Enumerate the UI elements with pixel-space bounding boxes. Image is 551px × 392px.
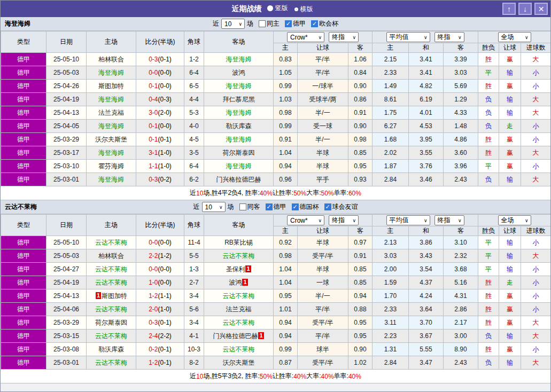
- home-odds-cell: 0.99: [274, 80, 298, 93]
- score-cell: 0-1(0-0): [136, 80, 184, 93]
- checkbox-icon[interactable]: ✓: [292, 203, 299, 210]
- dropdown-value: 10: [224, 20, 231, 28]
- team-section: 海登海姆近10∨场同主✓德甲✓欧会杯类型日期主场比分(半场)角球客场Crow*∨…: [1, 17, 550, 200]
- column-subheader: 和: [409, 43, 444, 53]
- fulltime-score: 1-0: [149, 279, 158, 286]
- checkbox-icon[interactable]: [259, 20, 266, 27]
- column-subheader: 客: [444, 43, 478, 53]
- checkbox-icon[interactable]: [239, 203, 246, 210]
- column-header: 日期: [46, 215, 87, 236]
- score-cell: 0-1(0-1): [136, 133, 184, 146]
- checkbox-icon[interactable]: ✓: [324, 203, 331, 210]
- result-text: 输: [507, 96, 513, 103]
- average-odds-select[interactable]: 平均值∨: [386, 215, 430, 225]
- home-odds-cell: 1.04: [274, 263, 298, 276]
- checkbox-icon[interactable]: ✓: [266, 203, 273, 210]
- home-odds-cell: 0.99: [274, 120, 298, 133]
- filter-checkbox-option[interactable]: ✓德国杯: [292, 202, 319, 211]
- chevron-down-icon: ∨: [352, 35, 356, 40]
- recent-count-select[interactable]: 10∨: [202, 202, 226, 212]
- summary-segment: 60%: [348, 190, 361, 197]
- sections-container: 海登海姆近10∨场同主✓德甲✓欧会杯类型日期主场比分(半场)角球客场Crow*∨…: [1, 17, 550, 383]
- avg-draw-cell: 3.43: [409, 249, 444, 263]
- fulltime-score: 2-2: [149, 252, 158, 260]
- team-label: 圣保利: [226, 265, 245, 273]
- average-odds-select[interactable]: 平均值∨: [386, 32, 430, 42]
- avg-away-cell: 3.96: [444, 160, 478, 173]
- filter-checkbox-option[interactable]: ✓德甲: [266, 202, 286, 211]
- checkbox-icon[interactable]: ✓: [285, 20, 292, 27]
- recent-count-select[interactable]: 10∨: [221, 19, 245, 29]
- match-result-cell: 平: [478, 160, 499, 173]
- avg-draw-cell: 3.46: [409, 173, 444, 186]
- layout-radio-option[interactable]: 竖版: [267, 4, 288, 13]
- home-odds-cell: 0.87: [274, 356, 298, 370]
- handicap-result-cell: 赢: [499, 80, 521, 93]
- result-text: 大: [533, 96, 539, 103]
- result-text: 平: [485, 252, 492, 260]
- team-label: 海登海姆: [98, 176, 124, 183]
- checkbox-icon[interactable]: ✓: [311, 20, 318, 27]
- home-team-cell: 柏林联合: [87, 249, 136, 263]
- handicap-result-cell: 输: [499, 66, 521, 80]
- bookmaker-select[interactable]: Crow*∨: [287, 32, 324, 42]
- filter-checkbox-option[interactable]: 同客: [239, 202, 260, 211]
- filter-row: 海登海姆近10∨场同主✓德甲✓欧会杯: [1, 17, 550, 31]
- match-scope-select[interactable]: 全场∨: [498, 32, 531, 42]
- filter-checkbox-option[interactable]: ✓德甲: [285, 19, 306, 28]
- move-up-button[interactable]: ↑: [502, 3, 516, 15]
- move-down-button[interactable]: ↓: [518, 3, 532, 15]
- final-odds-select[interactable]: 终指∨: [329, 32, 359, 42]
- away-odds-cell: 1.06: [348, 53, 372, 66]
- result-text: 胜: [485, 279, 492, 286]
- league-cell: 德甲: [1, 160, 46, 173]
- chevron-down-icon: ∨: [424, 218, 428, 223]
- halftime-score: (0-1): [158, 319, 172, 326]
- halftime-score: (2-2): [158, 332, 172, 340]
- avg-away-cell: 2.32: [444, 249, 478, 263]
- avg-away-cell: 2.43: [444, 173, 478, 186]
- final-odds-select[interactable]: 终指∨: [434, 215, 464, 225]
- bookmaker-select[interactable]: Crow*∨: [287, 215, 324, 225]
- filter-checkbox-option[interactable]: ✓球会友谊: [324, 202, 358, 211]
- halftime-score: (0-0): [158, 82, 172, 90]
- halftime-score: (0-0): [158, 69, 172, 76]
- table-row: 德甲25-03-17海登海姆3-1(1-0)3-5荷尔斯泰因1.04半球0.85…: [1, 146, 551, 160]
- layout-radio-option[interactable]: 横版: [294, 5, 313, 14]
- result-text: 胜: [485, 56, 492, 63]
- final-odds-select[interactable]: 终指∨: [434, 32, 464, 42]
- table-row: 德甲25-04-19海登海姆0-4(0-3)4-4拜仁慕尼黑1.03受球半/两0…: [1, 93, 551, 106]
- corners-cell: 11-4: [184, 236, 204, 249]
- chevron-down-icon: ∨: [458, 218, 462, 223]
- match-result-cell: 负: [478, 173, 499, 186]
- close-button[interactable]: ✕: [534, 3, 548, 15]
- corners-cell: 4-0: [184, 120, 204, 133]
- away-team-cell: 云达不莱梅: [204, 249, 274, 263]
- match-scope-select[interactable]: 全场∨: [498, 215, 531, 225]
- dropdown-value: 全场: [501, 216, 514, 225]
- final-odds-select[interactable]: 终指∨: [329, 215, 359, 225]
- home-odds-cell: 1.05: [274, 66, 298, 80]
- date-cell: 25-03-15: [46, 330, 87, 343]
- home-team-cell: 斯图加特: [87, 80, 136, 93]
- result-text: 胜: [485, 136, 492, 143]
- goals-result-cell: 小: [521, 120, 551, 133]
- team-label: 沃尔夫斯堡: [95, 136, 127, 143]
- result-text: 小: [533, 162, 539, 170]
- avg-away-cell: 1.29: [444, 93, 478, 106]
- column-header: 类型: [1, 215, 46, 236]
- avg-away-cell: 2.43: [444, 356, 478, 370]
- dropdown-value: 全场: [501, 33, 514, 42]
- filter-checkbox-option[interactable]: 同主: [259, 19, 280, 28]
- dropdown-value: 终指: [332, 33, 345, 42]
- match-result-cell: 平: [478, 263, 499, 276]
- team-label: 云达不莱梅: [223, 346, 255, 353]
- avg-away-cell: 5.69: [444, 80, 478, 93]
- home-team-cell: 云达不莱梅: [87, 236, 136, 249]
- filter-checkbox-option[interactable]: ✓欧会杯: [311, 19, 338, 28]
- matches-table: 类型日期主场比分(半场)角球客场Crow*∨终指∨平均值∨终指∨全场∨主让球客主…: [1, 31, 551, 186]
- date-cell: 25-05-10: [46, 236, 87, 249]
- window-title: 近期战绩: [232, 4, 262, 14]
- match-result-cell: 平: [478, 249, 499, 263]
- fulltime-score: 3-0: [149, 109, 158, 116]
